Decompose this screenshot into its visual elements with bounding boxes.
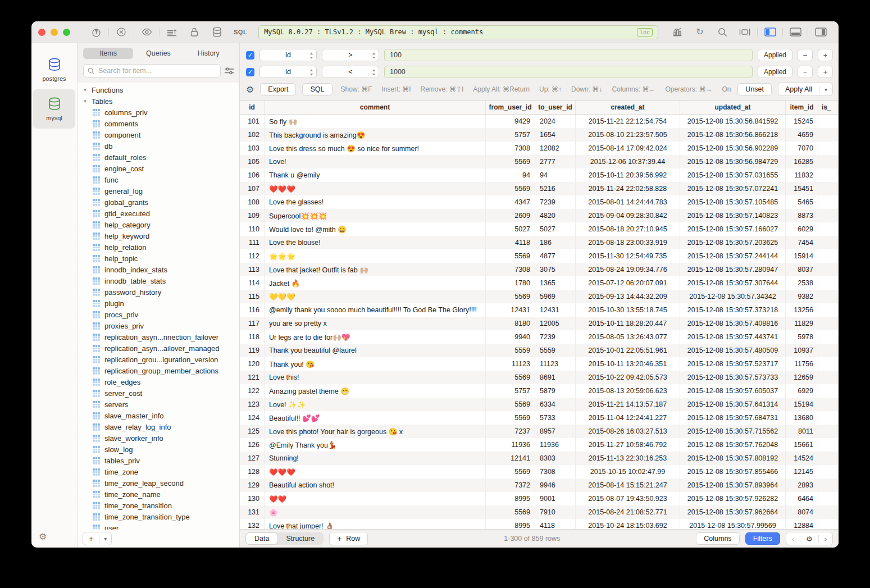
cell-from_user_id[interactable]: 5569 bbox=[486, 398, 535, 411]
filter-applied-button[interactable]: Applied bbox=[758, 66, 792, 78]
cell-from_user_id[interactable]: 5569 bbox=[486, 155, 535, 168]
cell-item_id[interactable]: 8037 bbox=[786, 263, 818, 276]
sidebar-item-table[interactable]: user bbox=[78, 522, 239, 530]
cell-created_at[interactable]: 2015-08-05 13:26:43.077 bbox=[576, 330, 680, 344]
cell-updated_at[interactable]: 2015-12-08 15:30:57.523717 bbox=[680, 357, 786, 371]
export-button[interactable]: Export bbox=[260, 83, 296, 95]
cell-is_[interactable] bbox=[818, 384, 839, 398]
sidebar-item-table[interactable]: plugin bbox=[78, 298, 239, 309]
cell-is_[interactable] bbox=[818, 478, 839, 492]
reload-icon[interactable]: ↻ bbox=[694, 26, 706, 38]
cell-is_[interactable] bbox=[818, 492, 839, 505]
cell-comment[interactable]: Love the blouse! bbox=[265, 236, 486, 249]
cell-updated_at[interactable]: 2015-12-08 15:30:57.203625 bbox=[680, 236, 786, 249]
sidebar-item-table[interactable]: time_zone_name bbox=[78, 489, 239, 500]
cell-is_[interactable] bbox=[818, 519, 839, 529]
add-row-button[interactable]: + Row bbox=[329, 532, 368, 545]
table-row[interactable]: 130❤️❤️899590012015-08-07 19:43:50.92320… bbox=[240, 492, 839, 505]
cell-updated_at[interactable]: 2015-12-08 15:30:57.34342 bbox=[680, 290, 786, 303]
cell-to_user_id[interactable]: 8691 bbox=[535, 371, 576, 384]
cell-created_at[interactable]: 2015-12-06 10:37:39.44 bbox=[576, 155, 680, 168]
pending-changes-icon[interactable] bbox=[166, 26, 178, 38]
column-header-id[interactable]: id bbox=[240, 101, 265, 114]
cell-item_id[interactable]: 2893 bbox=[786, 478, 818, 492]
cell-from_user_id[interactable]: 8995 bbox=[486, 519, 535, 529]
cell-is_[interactable] bbox=[818, 128, 839, 142]
table-row[interactable]: 121Love this!556986912015-10-22 09:42:05… bbox=[240, 371, 839, 384]
table-row[interactable]: 129Beautiful action shot!737299462015-08… bbox=[240, 478, 839, 492]
cell-is_[interactable] bbox=[818, 142, 839, 155]
cell-updated_at[interactable]: 2015-12-08 15:30:57.99569 bbox=[680, 519, 786, 529]
cell-to_user_id[interactable]: 11123 bbox=[535, 357, 576, 371]
cell-created_at[interactable]: 2015-07-12 06:20:07.091 bbox=[576, 276, 680, 290]
table-row[interactable]: 117you are so pretty x8180120052015-10-1… bbox=[240, 317, 839, 330]
cell-id[interactable]: 114 bbox=[240, 276, 265, 290]
chart-icon[interactable] bbox=[671, 26, 684, 38]
cell-comment[interactable]: Thank u @emily bbox=[265, 168, 486, 182]
table-row[interactable]: 116@emily thank you soooo much beautiful… bbox=[240, 303, 839, 317]
cell-comment[interactable]: you are so pretty x bbox=[265, 317, 486, 330]
cell-to_user_id[interactable]: 6334 bbox=[535, 398, 576, 411]
sidebar-item-table[interactable]: servers bbox=[78, 399, 239, 410]
cell-id[interactable]: 102 bbox=[240, 128, 265, 142]
cell-to_user_id[interactable]: 11936 bbox=[535, 438, 576, 452]
cell-is_[interactable] bbox=[818, 222, 839, 236]
cell-from_user_id[interactable]: 5569 bbox=[486, 505, 535, 519]
cell-from_user_id[interactable]: 7237 bbox=[486, 425, 535, 438]
table-row[interactable]: 118Ur legs are to die for🙌🏼💖994072392015… bbox=[240, 330, 839, 344]
cell-updated_at[interactable]: 2015-12-08 15:30:57.307644 bbox=[680, 276, 786, 290]
unset-button[interactable]: Unset bbox=[737, 83, 772, 95]
cell-created_at[interactable]: 2015-08-01 14:24:44.783 bbox=[576, 195, 680, 209]
sidebar-item-table[interactable]: time_zone_transition_type bbox=[78, 511, 239, 522]
cell-id[interactable]: 117 bbox=[240, 317, 265, 330]
sidebar-item-table[interactable]: engine_cost bbox=[78, 163, 239, 174]
cell-from_user_id[interactable]: 5757 bbox=[486, 128, 535, 142]
cell-comment[interactable]: ❤️❤️❤️ bbox=[265, 465, 486, 478]
cell-from_user_id[interactable]: 5569 bbox=[486, 290, 535, 303]
sidebar-item-table[interactable]: replication_asyn...nnection_failover bbox=[78, 331, 239, 343]
cell-updated_at[interactable]: 2015-12-08 15:30:57.605037 bbox=[680, 384, 786, 398]
sidebar-item-table[interactable]: slave_worker_info bbox=[78, 432, 239, 444]
cell-comment[interactable]: Love that jacket! Outfit is fab 🙌🏼 bbox=[265, 263, 486, 276]
sidebar-item-table[interactable]: component bbox=[78, 129, 239, 140]
cell-updated_at[interactable]: 2015-12-08 15:30:57.715562 bbox=[680, 425, 786, 438]
table-frame-icon[interactable] bbox=[739, 26, 751, 38]
cell-updated_at[interactable]: 2015-12-08 15:30:57.893964 bbox=[680, 478, 786, 492]
cell-id[interactable]: 132 bbox=[240, 519, 265, 529]
cell-id[interactable]: 127 bbox=[240, 452, 265, 465]
cell-comment[interactable]: 🌟🌟🌟 bbox=[265, 249, 486, 263]
cell-is_[interactable] bbox=[818, 236, 839, 249]
cell-id[interactable]: 110 bbox=[240, 222, 265, 236]
cell-from_user_id[interactable]: 5569 bbox=[486, 465, 535, 478]
cell-to_user_id[interactable]: 1654 bbox=[535, 128, 576, 142]
search-box[interactable] bbox=[83, 64, 221, 78]
filter-enabled-checkbox[interactable]: ✓ bbox=[246, 68, 254, 76]
cell-is_[interactable] bbox=[818, 357, 839, 371]
cell-item_id[interactable]: 2538 bbox=[786, 276, 818, 290]
sidebar-item-table[interactable]: server_cost bbox=[78, 388, 239, 399]
cell-id[interactable]: 121 bbox=[240, 371, 265, 384]
cell-created_at[interactable]: 2015-11-13 22:30:16.253 bbox=[576, 452, 680, 465]
table-row[interactable]: 115💛💛💛556959692015-09-13 14:44:32.209201… bbox=[240, 290, 839, 303]
filter-enabled-checkbox[interactable]: ✓ bbox=[246, 51, 254, 60]
table-row[interactable]: 103Love this dress so much 😍 so nice for… bbox=[240, 142, 839, 155]
cell-created_at[interactable]: 2015-08-26 16:03:27.513 bbox=[576, 425, 680, 438]
cell-to_user_id[interactable]: 12431 bbox=[535, 303, 576, 317]
settings-gear-icon[interactable]: ⚙ bbox=[31, 531, 77, 548]
cell-id[interactable]: 103 bbox=[240, 142, 265, 155]
column-header-item_id[interactable]: item_id bbox=[786, 101, 818, 114]
cell-created_at[interactable]: 2015-08-07 19:43:50.923 bbox=[576, 492, 680, 505]
table-row[interactable]: 120Thank you! 😘11123111232015-10-11 13:2… bbox=[240, 357, 839, 371]
cell-id[interactable]: 115 bbox=[240, 290, 265, 303]
sidebar-item-table[interactable]: tables_priv bbox=[78, 455, 239, 466]
cell-item_id[interactable]: 6929 bbox=[786, 384, 818, 398]
cell-created_at[interactable]: 2015-09-13 14:44:32.209 bbox=[576, 290, 680, 303]
cell-id[interactable]: 128 bbox=[240, 465, 265, 478]
cell-id[interactable]: 123 bbox=[240, 398, 265, 411]
cell-from_user_id[interactable]: 8995 bbox=[486, 492, 535, 505]
cell-item_id[interactable]: 7454 bbox=[786, 236, 818, 249]
cell-from_user_id[interactable]: 12141 bbox=[486, 452, 535, 465]
cell-item_id[interactable]: 7070 bbox=[786, 142, 818, 155]
column-header-from_user_id[interactable]: from_user_id bbox=[486, 101, 535, 114]
cell-comment[interactable]: Love the glasses! bbox=[265, 195, 486, 209]
